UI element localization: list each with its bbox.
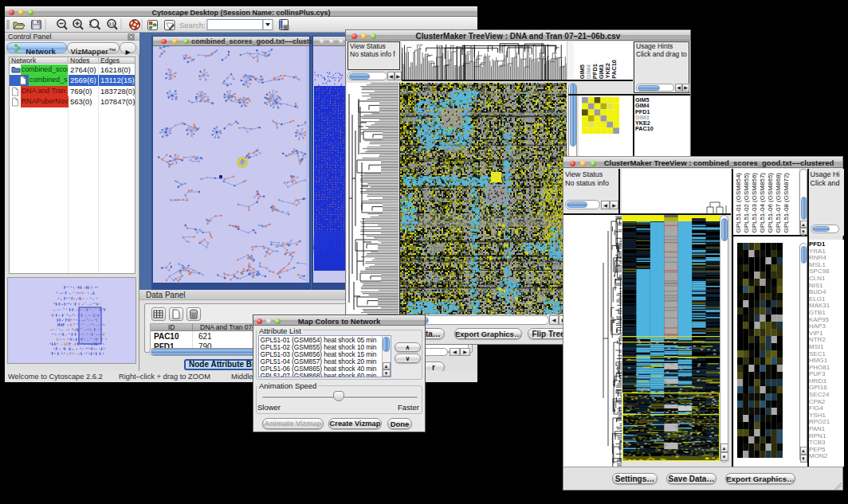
svg-text:Search:: Search: — [179, 21, 206, 29]
svg-text:B: B — [285, 25, 288, 30]
svg-text:1:1: 1:1 — [109, 22, 115, 26]
